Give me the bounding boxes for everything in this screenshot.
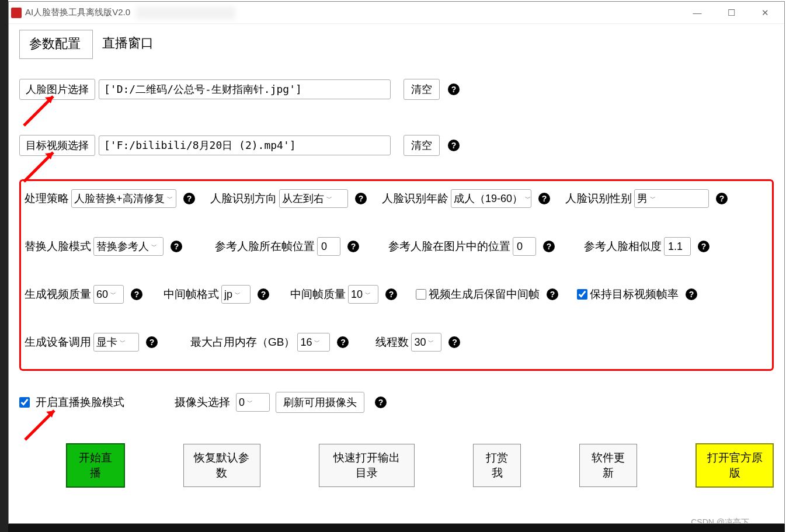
app-icon (11, 8, 22, 18)
chevron-down-icon: ﹀ (151, 242, 157, 251)
face-image-path-input[interactable] (99, 79, 391, 99)
age-label: 人脸识别年龄 (382, 191, 448, 206)
strategy-select[interactable]: 人脸替换+高清修复﹀ (71, 189, 176, 208)
keep-mid-label: 视频生成后保留中间帧 (429, 287, 540, 302)
help-icon[interactable]: ? (146, 336, 158, 348)
help-icon[interactable]: ? (385, 288, 397, 300)
maximize-button[interactable]: ☐ (714, 2, 748, 23)
tab-bar: 参数配置 直播窗口 (19, 30, 774, 59)
ref-frame-pos-label: 参考人脸所在帧位置 (215, 239, 315, 254)
mid-quality-select[interactable]: 10﹀ (348, 285, 378, 304)
video-quality-label: 生成视频质量 (25, 287, 91, 302)
enable-live-label: 开启直播换脸模式 (36, 395, 124, 410)
chevron-down-icon: ﹀ (167, 194, 173, 203)
direction-select[interactable]: 从左到右﹀ (279, 189, 348, 208)
mid-format-select[interactable]: jp﹀ (221, 285, 251, 304)
video-clear-button[interactable]: 清空 (404, 135, 440, 156)
device-label: 生成设备调用 (25, 335, 91, 350)
keep-mid-checkbox[interactable] (416, 289, 426, 300)
enable-live-checkbox[interactable] (19, 397, 30, 408)
donate-button[interactable]: 打赏我 (473, 444, 521, 487)
tab-config[interactable]: 参数配置 (19, 30, 93, 59)
params-highlight-box: 处理策略 人脸替换+高清修复﹀ ? 人脸识别方向 从左到右﹀ ? 人脸识别年龄 … (19, 179, 774, 371)
open-official-button[interactable]: 打开官方原版 (695, 443, 774, 488)
titlebar: AI人脸替换工具离线版V2.0 — ☐ ✕ (9, 2, 784, 24)
threads-select[interactable]: 30﹀ (411, 333, 441, 352)
help-icon[interactable]: ? (375, 397, 387, 408)
help-icon[interactable]: ? (131, 288, 142, 300)
help-icon[interactable]: ? (686, 288, 697, 300)
help-icon[interactable]: ? (547, 288, 558, 300)
chevron-down-icon: ﹀ (235, 290, 241, 298)
help-icon[interactable]: ? (355, 193, 367, 204)
ref-frame-pos-input[interactable] (317, 237, 340, 256)
help-icon[interactable]: ? (337, 336, 349, 348)
direction-label: 人脸识别方向 (210, 191, 277, 206)
keep-fps-checkbox[interactable] (577, 289, 587, 300)
mid-format-label: 中间帧格式 (164, 287, 219, 302)
ref-img-pos-label: 参考人脸在图片中的位置 (388, 239, 510, 254)
chevron-down-icon: ﹀ (247, 398, 253, 406)
help-icon[interactable]: ? (538, 193, 550, 204)
help-icon[interactable]: ? (183, 193, 195, 204)
help-icon[interactable]: ? (543, 241, 555, 252)
replace-mode-select[interactable]: 替换参考人﹀ (93, 237, 164, 256)
chevron-down-icon: ﹀ (120, 338, 126, 346)
max-mem-select[interactable]: 16﹀ (297, 333, 330, 352)
window-title: AI人脸替换工具离线版V2.0 (25, 7, 130, 18)
max-mem-label: 最大占用内存（GB） (190, 335, 295, 350)
strategy-label: 处理策略 (25, 191, 69, 206)
start-live-button[interactable]: 开始直播 (66, 443, 125, 488)
target-video-path-input[interactable] (99, 135, 391, 155)
open-output-button[interactable]: 快速打开输出目录 (319, 444, 415, 487)
face-clear-button[interactable]: 清空 (404, 79, 440, 100)
threads-label: 线程数 (375, 335, 409, 350)
app-window: AI人脸替换工具离线版V2.0 — ☐ ✕ 参数配置 直播窗口 人脸图片选择 清… (8, 1, 785, 524)
refresh-camera-button[interactable]: 刷新可用摄像头 (276, 392, 364, 413)
tab-live[interactable]: 直播窗口 (93, 30, 165, 59)
camera-select[interactable]: 0﹀ (236, 393, 270, 412)
chevron-down-icon: ﹀ (326, 194, 332, 203)
help-icon[interactable]: ? (347, 241, 359, 252)
camera-label: 摄像头选择 (175, 395, 230, 410)
device-select[interactable]: 显卡﹀ (93, 333, 139, 352)
similarity-input[interactable] (664, 237, 691, 256)
chevron-down-icon: ﹀ (650, 194, 656, 203)
chevron-down-icon: ﹀ (428, 338, 434, 346)
help-icon[interactable]: ? (448, 336, 460, 348)
update-button[interactable]: 软件更新 (579, 444, 637, 487)
close-button[interactable]: ✕ (748, 2, 782, 23)
similarity-label: 参考人脸相似度 (584, 239, 662, 254)
gender-label: 人脸识别性别 (565, 191, 632, 206)
video-quality-select[interactable]: 60﹀ (93, 285, 124, 304)
gender-select[interactable]: 男﹀ (634, 189, 709, 208)
help-icon[interactable]: ? (448, 84, 460, 95)
help-icon[interactable]: ? (698, 241, 709, 252)
help-icon[interactable]: ? (716, 193, 728, 204)
replace-mode-label: 替换人脸模式 (25, 239, 91, 254)
ref-img-pos-input[interactable] (513, 237, 536, 256)
help-icon[interactable]: ? (171, 241, 182, 252)
chevron-down-icon: ﹀ (314, 338, 320, 346)
chevron-down-icon: ﹀ (525, 194, 531, 203)
mid-quality-label: 中间帧质量 (290, 287, 346, 302)
keep-fps-label: 保持目标视频帧率 (590, 287, 679, 302)
reset-params-button[interactable]: 恢复默认参数 (183, 444, 260, 487)
blurred-region (136, 6, 235, 19)
chevron-down-icon: ﹀ (110, 290, 116, 298)
age-select[interactable]: 成人（19-60）﹀ (451, 189, 531, 208)
help-icon[interactable]: ? (448, 140, 460, 151)
face-image-select-button[interactable]: 人脸图片选择 (19, 79, 95, 100)
help-icon[interactable]: ? (258, 288, 269, 300)
minimize-button[interactable]: — (680, 2, 714, 23)
chevron-down-icon: ﹀ (365, 290, 371, 298)
target-video-select-button[interactable]: 目标视频选择 (19, 135, 95, 156)
